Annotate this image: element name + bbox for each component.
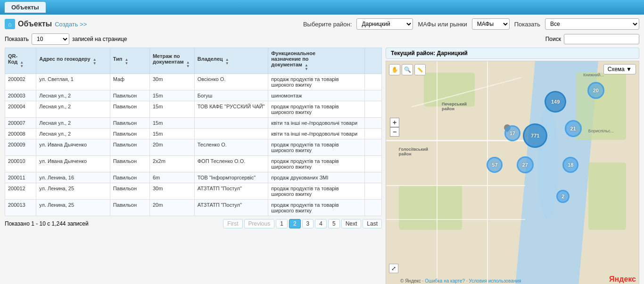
main-area: QR-Код ▲▼ Адрес по геокодеру ▲▼ Тип ▲▼ xyxy=(5,48,639,284)
previous-page-btn[interactable]: Previous xyxy=(244,219,275,228)
district-select[interactable]: Дарницкий xyxy=(356,18,413,30)
search-label: Поиск xyxy=(545,36,561,42)
home-icon[interactable]: ⌂ xyxy=(5,19,15,29)
cell-func: квіти та інші не-/продовольчі товари xyxy=(268,129,365,139)
th-actions xyxy=(364,48,381,74)
zoom-out-btn[interactable]: − xyxy=(390,127,399,137)
cell-metro: 2x2m xyxy=(149,156,194,172)
first-page-btn[interactable]: First xyxy=(223,219,242,228)
page-2-btn[interactable]: 2 xyxy=(289,219,301,228)
cell-qr[interactable]: 200010 xyxy=(5,156,36,172)
page-4-btn[interactable]: 4 xyxy=(315,219,327,228)
cell-qr[interactable]: 200007 xyxy=(5,118,36,129)
map-ruler-btn[interactable]: 📏 xyxy=(414,64,426,75)
cell-func: продаж продуктів та товарів широкого вжи… xyxy=(268,139,365,156)
table-row: 200002 ул. Светлая, 1 Маф 30m Овсієнко О… xyxy=(5,74,382,90)
map-status: Текущий район: Дарницкий xyxy=(386,48,639,59)
entries-select[interactable]: 10 25 50 xyxy=(32,33,69,45)
table-row: 200004 Лесная ул., 2 Павильон 15m ТОВ КА… xyxy=(5,101,382,118)
map-magnify-btn[interactable]: 🔍 xyxy=(402,64,413,75)
page-content: ⌂ Объекты Создать >> Выберите район: Дар… xyxy=(0,15,644,284)
th-owner[interactable]: Владелец ▲▼ xyxy=(194,48,268,74)
map-container[interactable]: ✋ 🔍 📏 + − ⤢ Схема ▼ 1492017771215727182 xyxy=(386,61,639,284)
cell-addr: ул. Светлая, 1 xyxy=(36,74,110,90)
cell-func: продаж продуктів та товарів широкого вжи… xyxy=(268,200,365,216)
top-bar-tab[interactable]: Объекты xyxy=(5,2,46,13)
next-page-btn[interactable]: Next xyxy=(341,219,362,228)
cell-type: Павильон xyxy=(110,90,149,101)
table-row: 200009 ул. Ивана Дьяченко Павильон 20m Т… xyxy=(5,139,382,156)
cell-metro: 15m xyxy=(149,90,194,101)
cell-actions xyxy=(364,200,381,216)
th-metro[interactable]: Метраж подокументам ▲▼ xyxy=(149,48,194,74)
show-label: Показать xyxy=(514,21,540,28)
map-cluster[interactable]: 18 xyxy=(562,157,578,173)
cell-actions xyxy=(364,74,381,90)
cell-qr[interactable]: 200004 xyxy=(5,101,36,118)
map-cluster[interactable]: 149 xyxy=(545,91,566,113)
cell-actions xyxy=(364,172,381,183)
create-link[interactable]: Создать >> xyxy=(55,21,87,28)
map-type-selector[interactable]: Схема ▼ xyxy=(603,64,636,74)
cell-func: шиномонтаж xyxy=(268,90,365,101)
cell-qr[interactable]: 200012 xyxy=(5,183,36,200)
cell-metro: 30m xyxy=(149,74,194,90)
area-label-boryspil: Бориспільс... xyxy=(588,129,614,133)
map-green-2 xyxy=(399,185,462,230)
map-expand-btn[interactable]: ⤢ xyxy=(389,264,398,273)
map-status-prefix: Текущий район: xyxy=(391,50,437,57)
cell-qr[interactable]: 200013 xyxy=(5,200,36,216)
mafy-select[interactable]: МАФы xyxy=(472,18,510,30)
th-type[interactable]: Тип ▲▼ xyxy=(110,48,149,74)
cell-actions xyxy=(364,129,381,139)
th-func[interactable]: Функциональноеназначение подокументам ▲▼ xyxy=(268,48,365,74)
table-row: 200007 Лесная ул., 2 Павильон 15m квіти … xyxy=(5,118,382,129)
page-5-btn[interactable]: 5 xyxy=(328,219,340,228)
cell-type: Маф xyxy=(110,74,149,90)
th-addr[interactable]: Адрес по геокодеру ▲▼ xyxy=(36,48,110,74)
map-cluster[interactable]: 27 xyxy=(517,156,534,173)
cell-actions xyxy=(364,118,381,129)
th-qr[interactable]: QR-Код ▲▼ xyxy=(5,48,36,74)
map-status-district: Дарницкий xyxy=(437,50,468,57)
map-cluster[interactable]: 21 xyxy=(565,120,582,137)
map-road-5 xyxy=(386,219,525,220)
search-area: Поиск xyxy=(545,34,639,44)
show-select[interactable]: Все xyxy=(545,18,639,30)
table-row: 200013 ул. Ленина, 25 Павильон 20m АТЗТА… xyxy=(5,200,382,216)
cell-qr[interactable]: 200009 xyxy=(5,139,36,156)
table-toolbar: Показать 10 25 50 записей на странице По… xyxy=(5,33,639,45)
cell-addr: ул. Ивана Дьяченко xyxy=(36,139,110,156)
records-label: записей на странице xyxy=(72,36,127,42)
yandex-terms-link[interactable]: Условия использования xyxy=(469,278,521,284)
cell-func: продаж друкованих ЗМІ xyxy=(268,172,365,183)
table-body: 200002 ул. Светлая, 1 Маф 30m Овсієнко О… xyxy=(5,74,382,216)
yandex-error-link[interactable]: Ошибка на карте? xyxy=(425,278,465,284)
cell-actions xyxy=(364,139,381,156)
cell-qr[interactable]: 200008 xyxy=(5,129,36,139)
search-input[interactable] xyxy=(564,34,639,44)
map-cluster[interactable]: 2 xyxy=(556,190,570,203)
table-row: 200003 Лесная ул., 2 Павильон 15m Богуш … xyxy=(5,90,382,101)
map-road-4 xyxy=(487,61,488,284)
cell-type: Павильон xyxy=(110,156,149,172)
map-cluster[interactable]: 20 xyxy=(587,82,604,99)
zoom-in-btn[interactable]: + xyxy=(390,118,399,127)
cell-owner: ФОП Тесленко О.О. xyxy=(194,156,268,172)
page-title: Объекты xyxy=(18,20,52,28)
sort-arrows-metro: ▲▼ xyxy=(186,61,190,68)
cell-qr[interactable]: 200002 xyxy=(5,74,36,90)
last-page-btn[interactable]: Last xyxy=(363,219,382,228)
page-3-btn[interactable]: 3 xyxy=(302,219,314,228)
map-cluster[interactable]: 17 xyxy=(504,125,520,141)
page-1-btn[interactable]: 1 xyxy=(276,219,288,228)
area-label-pechersk: Печерськийрайон xyxy=(442,102,467,111)
data-table: QR-Код ▲▼ Адрес по геокодеру ▲▼ Тип ▲▼ xyxy=(5,48,382,216)
sort-arrows-addr: ▲▼ xyxy=(93,58,97,65)
map-road-1 xyxy=(386,140,525,141)
map-hand-btn[interactable]: ✋ xyxy=(389,64,400,75)
map-cluster[interactable]: 771 xyxy=(523,123,547,148)
cell-qr[interactable]: 200003 xyxy=(5,90,36,101)
cell-qr[interactable]: 200011 xyxy=(5,172,36,183)
cell-metro: 15m xyxy=(149,129,194,139)
